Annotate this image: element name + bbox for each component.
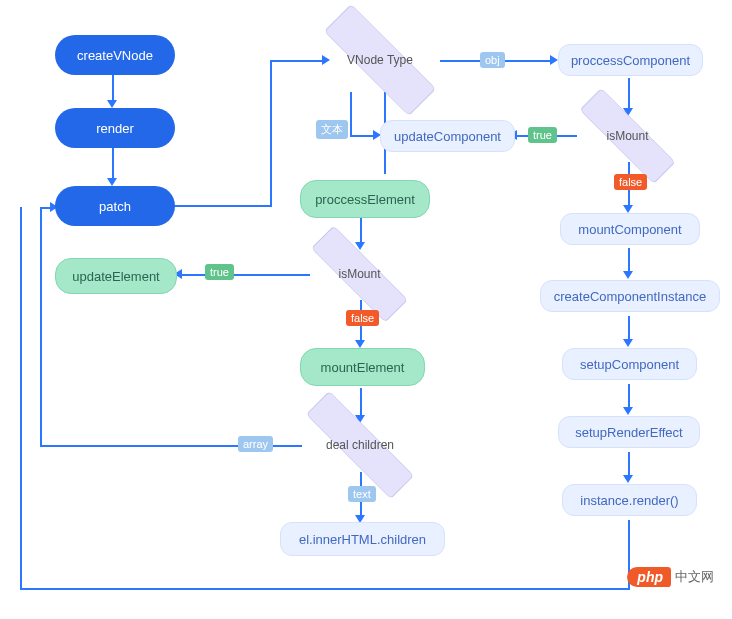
label: instance.render()	[580, 493, 678, 508]
node-updatecomponent: updateComponent	[380, 120, 515, 152]
label: setupComponent	[580, 357, 679, 372]
node-render: render	[55, 108, 175, 148]
node-mountelement: mountElement	[300, 348, 425, 386]
badge-false-right: false	[614, 174, 647, 190]
node-setuprendereffect: setupRenderEffect	[558, 416, 700, 448]
label: setupRenderEffect	[575, 425, 682, 440]
label: mountElement	[321, 360, 405, 375]
label: text	[353, 488, 371, 500]
node-createcomponentinstance: createComponentInstance	[540, 280, 720, 312]
label: patch	[99, 199, 131, 214]
label: updateElement	[72, 269, 159, 284]
badge-text-cn: 文本	[316, 120, 348, 139]
badge-text-en: text	[348, 486, 376, 502]
label: mountComponent	[578, 222, 681, 237]
node-createvnode: createVNode	[55, 35, 175, 75]
badge-true-left: true	[205, 264, 234, 280]
label: isMount	[338, 267, 380, 281]
badge-obj: obj	[480, 52, 505, 68]
diamond-vnode-type: VNode Type	[320, 25, 440, 95]
label: true	[533, 129, 552, 141]
node-updateelement: updateElement	[55, 258, 177, 294]
label: obj	[485, 54, 500, 66]
label: false	[351, 312, 374, 324]
label: false	[619, 176, 642, 188]
node-instance-render: instance.render()	[562, 484, 697, 516]
label: updateComponent	[394, 129, 501, 144]
label: isMount	[606, 129, 648, 143]
label: el.innerHTML.children	[299, 532, 426, 547]
badge-array: array	[238, 436, 273, 452]
node-proccesscomponent: proccessComponent	[558, 44, 703, 76]
badge-true-right: true	[528, 127, 557, 143]
diamond-ismount-right: isMount	[575, 108, 680, 164]
label: createComponentInstance	[554, 289, 706, 304]
label: 文本	[321, 122, 343, 137]
badge-false-left: false	[346, 310, 379, 326]
label: proccessElement	[315, 192, 415, 207]
label: proccessComponent	[571, 53, 690, 68]
diamond-ismount-left: isMount	[307, 245, 412, 303]
label: VNode Type	[347, 53, 413, 67]
label: true	[210, 266, 229, 278]
label: render	[96, 121, 134, 136]
watermark-logo: php	[627, 567, 671, 587]
node-mountcomponent: mountComponent	[560, 213, 700, 245]
node-proccesselement: proccessElement	[300, 180, 430, 218]
watermark: php 中文网	[627, 567, 714, 587]
watermark-text: 中文网	[675, 568, 714, 586]
node-innerhtml-children: el.innerHTML.children	[280, 522, 445, 556]
diamond-deal-children: deal children	[300, 415, 420, 475]
label: array	[243, 438, 268, 450]
label: deal children	[326, 438, 394, 452]
node-setupcomponent: setupComponent	[562, 348, 697, 380]
node-patch: patch	[55, 186, 175, 226]
label: createVNode	[77, 48, 153, 63]
